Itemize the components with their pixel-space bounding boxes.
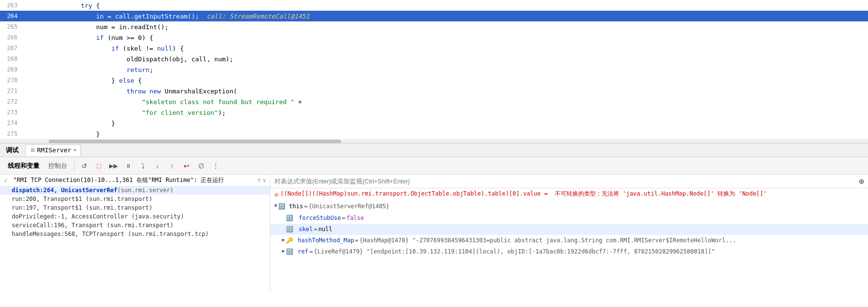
code-line-274: 274 } [0,118,868,128]
variables-panel: ⊕ ⊘ ((Node[])((HashMap)sun.rmi.transport… [270,175,868,291]
field-icon-skel: 🔠 [286,225,297,234]
code-editor: 263 try { 264 in = call.getInputStream()… [0,0,868,144]
hash-expand-icon[interactable]: ▶ [282,236,285,244]
toolbar-left-section: 线程和变量 控制台 [4,162,71,170]
code-line-266: 266 if (num >= 0) { [0,32,868,43]
code-line-271: 271 throw new UnmarshalException( [0,86,868,96]
this-row[interactable]: ▼ 🔠 this = {UnicastServerRef@1405} [270,201,868,212]
field-icon-f: 🔠 [286,214,297,223]
expression-bar: ⊕ [270,175,868,188]
error-row: ⊘ ((Node[])((HashMap)sun.rmi.transport.O… [270,188,868,201]
skel-row[interactable]: 🔠 skel = null [270,224,868,235]
code-line-265: 265 num = in.readInt(); [0,21,868,32]
ref-name: ref [298,247,308,256]
ref-value: {LiveRef@1479} [314,247,363,256]
debug-tabs-bar: 调试 🖥 RMIServer × [0,144,868,157]
code-line-272: 272 "skeleton class not found but requir… [0,96,868,107]
code-lines: 263 try { 264 in = call.getInputStream()… [0,0,868,139]
field-icon-hash: 🔑 [286,236,297,245]
force-stub-use-row: 🔠 forceStubUse = false [270,213,868,224]
hash-ref: {HashMap@1478} [359,236,409,245]
expand-icon[interactable]: ∨ [263,177,266,183]
ref-expand-icon[interactable]: ▶ [282,247,285,255]
force-stub-name: forceStubUse [299,214,341,223]
code-horizontal-scrollbar[interactable] [0,139,868,143]
stack-frame-3[interactable]: doPrivileged:-1, AccessController (java.… [0,212,270,221]
code-line-263: 263 try { [0,0,868,11]
code-line-273: 273 "for client version"); [0,107,868,118]
thread-label: "RMI TCP Connection(10)-10...1,361 在组"RM… [10,176,224,184]
rerun-button[interactable]: ↩ [180,159,193,173]
code-line-267: 267 if (skel != null) { [0,43,868,54]
error-text: ((Node[])((HashMap)sun.rmi.transport.Obj… [280,189,767,199]
stack-frame-1[interactable]: run:200, Transport$1 (sun.rmi.transport) [0,195,270,203]
hash-name: hashToMethod_Map [298,236,354,245]
filter-icon[interactable]: ▽ [258,177,261,183]
threads-label: 线程和变量 [4,162,43,170]
code-line-270: 270 } else { [0,75,868,86]
force-stub-value: false [346,214,364,223]
code-line-264: 264 in = call.getInputStream(); call: St… [0,11,868,21]
code-line-268: 268 oldDispatch(obj, call, num); [0,54,868,64]
code-line-269: 269 return; [0,64,868,75]
pause-button[interactable]: ⏸ [121,159,135,173]
threads-panel: ✓ "RMI TCP Connection(10)-10...1,361 在组"… [0,175,270,291]
mute-button[interactable]: ∅ [194,159,208,173]
more-button[interactable]: ⋮ [209,159,223,173]
field-icon: 🔠 [278,202,289,211]
thread-item-rmi[interactable]: ✓ "RMI TCP Connection(10)-10...1,361 在组"… [0,175,270,186]
error-icon: ⊘ [274,189,278,200]
hash-preview: "-2707699384596431303=public abstract ja… [409,236,736,245]
ref-preview: "[endpoint:[10.39.132.119:1104](local), … [363,247,715,256]
debug-toolbar: 线程和变量 控制台 ↺ □ ▶▶ ⏸ ⤵ ↓ ↑ ↩ ∅ ⋮ [0,157,868,175]
stop-button[interactable]: □ [92,159,106,173]
expression-input[interactable] [274,178,859,185]
hash-method-map-row[interactable]: ▶ 🔑 hashToMethod_Map = {HashMap@1478} "-… [270,235,868,246]
field-icon-ref: 🔠 [286,247,297,256]
resume-button[interactable]: ▶▶ [107,159,120,173]
ref-row[interactable]: ▶ 🔠 ref = {LiveRef@1479} "[endpoint:[10.… [270,246,868,257]
stack-frame-0[interactable]: dispatch:264, UnicastServerRef (sun.rmi.… [0,186,270,195]
step-up-button[interactable]: ↑ [165,159,179,173]
scrollbar-thumb[interactable] [49,140,341,144]
debug-prefix-label: 调试 [4,144,24,156]
refresh-button[interactable]: ↺ [77,159,91,173]
tab-rmiserver[interactable]: 🖥 RMIServer × [25,144,81,156]
step-over-button[interactable]: ⤵ [136,159,150,173]
debug-panel: ✓ "RMI TCP Connection(10)-10...1,361 在组"… [0,175,868,291]
toolbar-separator-1 [74,161,75,171]
add-watch-icon[interactable]: ⊕ [859,176,864,186]
step-down-button[interactable]: ↓ [151,159,164,173]
stack-frame-2[interactable]: run:197, Transport$1 (sun.rmi.transport) [0,203,270,212]
stack-frame-4[interactable]: serviceCall:196, Transport (sun.rmi.tran… [0,221,270,230]
toolbar-buttons: ↺ □ ▶▶ ⏸ ⤵ ↓ ↑ ↩ ∅ ⋮ [77,159,223,173]
skel-name: skel [299,225,313,234]
this-value: {UnicastServerRef@1405} [308,202,389,211]
skel-value: null [318,225,332,234]
console-label: 控制台 [44,162,71,170]
this-expand-icon[interactable]: ▼ [274,202,277,210]
tab-close-icon[interactable]: × [73,147,76,153]
stack-frame-5[interactable]: handleMessages:568, TCPTransport (sun.rm… [0,230,270,238]
thread-check-icon: ✓ [4,177,8,184]
code-line-275: 275 } [0,128,868,139]
this-name: this [289,202,303,211]
